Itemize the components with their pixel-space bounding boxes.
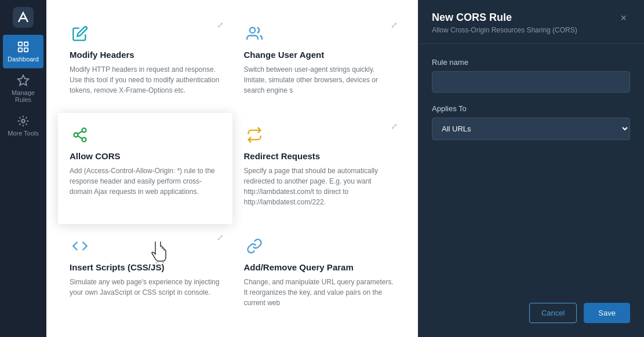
rule-name-label: Rule name xyxy=(432,58,630,67)
tool-card-allow-cors[interactable]: Allow CORS Add (Access-Control-Allow-Ori… xyxy=(58,113,232,225)
main-content: ⤢ Modify Headers Modify HTTP headers in … xyxy=(46,0,418,337)
tool-title-redirect-requests: Redirect Requests xyxy=(244,151,395,161)
tool-desc-insert-scripts: Simulate any web page's experience by in… xyxy=(70,277,221,298)
tool-title-insert-scripts: Insert Scripts (CSS/JS) xyxy=(70,262,221,272)
sidebar: Dashboard Manage Rules More Tools xyxy=(0,0,46,337)
svg-rect-2 xyxy=(24,42,28,46)
panel-body: Rule name Applies To All URLs Specific U… xyxy=(418,44,644,294)
sidebar-item-dashboard[interactable]: Dashboard xyxy=(3,35,43,68)
expand-icon-3: ⤢ xyxy=(391,122,398,131)
sidebar-item-dashboard-label: Dashboard xyxy=(8,56,39,63)
tool-card-modify-headers[interactable]: ⤢ Modify Headers Modify HTTP headers in … xyxy=(58,12,232,113)
svg-point-7 xyxy=(249,28,254,33)
sidebar-item-more-tools-label: More Tools xyxy=(8,130,39,137)
svg-rect-0 xyxy=(13,7,34,28)
tool-title-modify-headers: Modify Headers xyxy=(70,50,221,60)
applies-to-group: Applies To All URLs Specific URLs xyxy=(432,104,630,140)
svg-rect-1 xyxy=(19,42,22,46)
rule-name-group: Rule name xyxy=(432,58,630,93)
svg-line-11 xyxy=(78,135,82,138)
sidebar-item-manage-rules-label: Manage Rules xyxy=(3,89,43,103)
tool-card-change-user-agent[interactable]: ⤢ Change User Agent Switch between user-… xyxy=(232,12,407,113)
close-button[interactable]: × xyxy=(617,12,630,24)
share-icon xyxy=(70,124,90,145)
sidebar-item-manage-rules[interactable]: Manage Rules xyxy=(0,68,46,109)
save-button[interactable]: Save xyxy=(584,303,630,323)
svg-rect-4 xyxy=(24,48,28,52)
tool-desc-modify-headers: Modify HTTP headers in request and respo… xyxy=(70,64,221,96)
panel-title: New CORS Rule xyxy=(432,12,577,24)
expand-icon: ⤢ xyxy=(217,20,224,30)
panel-title-section: New CORS Rule Allow Cross-Origin Resourc… xyxy=(432,12,577,34)
tool-card-add-remove-query[interactable]: Add/Remove Query Param Change, and manip… xyxy=(232,224,407,325)
svg-line-12 xyxy=(78,131,82,134)
tool-card-redirect-requests[interactable]: ⤢ Redirect Requests Specify a page that … xyxy=(232,113,407,225)
tool-desc-redirect-requests: Specify a page that should be automatica… xyxy=(244,166,395,207)
cancel-button[interactable]: Cancel xyxy=(529,303,577,323)
expand-icon-4: ⤢ xyxy=(217,233,224,242)
expand-icon-2: ⤢ xyxy=(391,20,398,30)
redirect-icon xyxy=(244,124,265,145)
panel-header: New CORS Rule Allow Cross-Origin Resourc… xyxy=(418,0,644,44)
sidebar-item-more-tools[interactable]: More Tools xyxy=(0,109,46,142)
tool-card-insert-scripts[interactable]: ⤢ Insert Scripts (CSS/JS) Simulate any w… xyxy=(58,224,232,325)
right-panel: New CORS Rule Allow Cross-Origin Resourc… xyxy=(418,0,644,337)
pencil-icon xyxy=(70,23,90,44)
panel-footer: Cancel Save xyxy=(418,294,644,337)
applies-to-select[interactable]: All URLs Specific URLs xyxy=(432,118,630,140)
link-icon xyxy=(244,236,265,257)
tool-title-allow-cors: Allow CORS xyxy=(70,151,221,161)
tool-desc-add-remove-query: Change, and manipulate URL query paramet… xyxy=(244,277,395,308)
svg-point-8 xyxy=(82,128,86,132)
svg-point-9 xyxy=(74,133,78,137)
code-icon xyxy=(70,236,90,257)
svg-point-6 xyxy=(21,119,25,123)
svg-rect-3 xyxy=(19,48,22,52)
users-icon xyxy=(244,23,265,44)
panel-subtitle: Allow Cross-Origin Resources Sharing (CO… xyxy=(432,26,577,34)
svg-marker-5 xyxy=(18,75,28,85)
tool-title-change-user-agent: Change User Agent xyxy=(244,50,395,60)
tool-desc-allow-cors: Add (Access-Control-Allow-Origin: *) rul… xyxy=(70,166,221,197)
tool-desc-change-user-agent: Switch between user-agent strings quickl… xyxy=(244,64,395,96)
svg-point-10 xyxy=(82,137,86,141)
app-logo xyxy=(12,6,35,29)
applies-to-label: Applies To xyxy=(432,104,630,113)
tool-title-add-remove-query: Add/Remove Query Param xyxy=(244,262,395,272)
tools-grid: ⤢ Modify Headers Modify HTTP headers in … xyxy=(46,0,418,337)
rule-name-input[interactable] xyxy=(432,71,630,93)
